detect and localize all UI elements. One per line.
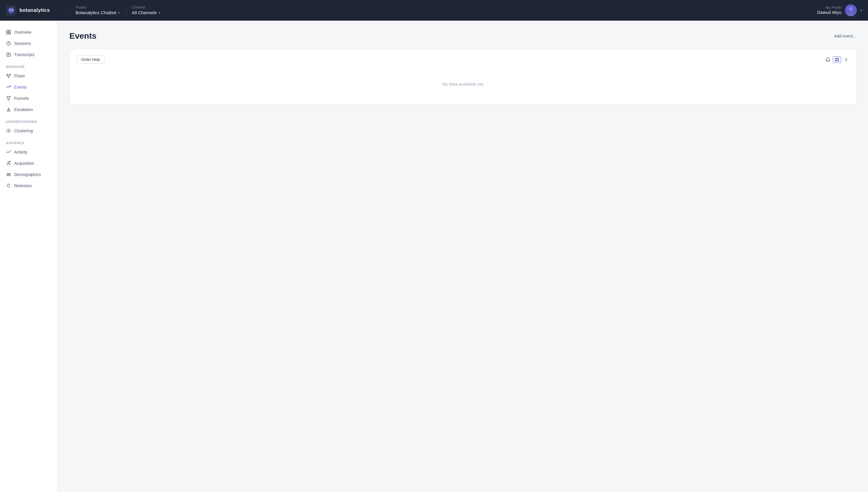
behavior-section-label: BEHAVIOR bbox=[0, 60, 57, 70]
svg-point-27 bbox=[8, 162, 9, 164]
sidebar-clustering-label: Clustering bbox=[14, 128, 33, 133]
sidebar-overview-label: Overview bbox=[14, 30, 31, 34]
grid-view-button[interactable] bbox=[833, 56, 841, 63]
sidebar-item-funnels[interactable]: Funnels bbox=[0, 93, 57, 104]
svg-rect-7 bbox=[9, 30, 10, 32]
sidebar-escalation-label: Escalation bbox=[14, 107, 33, 112]
event-card-header: Order Help bbox=[77, 55, 849, 64]
svg-point-32 bbox=[9, 173, 10, 175]
understanding-section-label: UNDERSTANDING bbox=[0, 115, 57, 125]
logo-area: botanalytics bbox=[6, 5, 63, 16]
svg-rect-6 bbox=[6, 30, 8, 32]
sidebar-funnels-label: Funnels bbox=[14, 96, 29, 101]
project-label: Project bbox=[76, 5, 120, 9]
svg-marker-21 bbox=[7, 97, 10, 100]
logo-icon bbox=[6, 5, 17, 16]
retention-icon bbox=[6, 183, 11, 189]
svg-rect-33 bbox=[835, 58, 837, 59]
bell-icon bbox=[825, 57, 831, 62]
add-event-button[interactable]: Add event... bbox=[834, 34, 856, 39]
flows-icon bbox=[6, 73, 11, 78]
svg-rect-36 bbox=[837, 60, 839, 62]
acquisition-icon bbox=[6, 161, 11, 166]
project-chevron-icon: ▾ bbox=[118, 10, 120, 15]
avatar bbox=[845, 4, 857, 16]
page-title: Events bbox=[69, 31, 97, 41]
no-data-message: No data available yet bbox=[77, 70, 849, 98]
svg-point-15 bbox=[6, 74, 8, 75]
svg-line-19 bbox=[7, 75, 8, 76]
sidebar-item-activity[interactable]: Activity bbox=[0, 146, 57, 158]
sidebar-sessions-label: Sessions bbox=[14, 41, 31, 46]
sidebar-item-clustering[interactable]: Clustering bbox=[0, 125, 57, 137]
sidebar-demographics-label: Demographics bbox=[14, 172, 41, 177]
audience-section-label: AUDIENCE bbox=[0, 137, 57, 146]
svg-point-2 bbox=[12, 9, 13, 10]
events-icon bbox=[6, 84, 11, 90]
svg-point-23 bbox=[8, 110, 8, 111]
sessions-icon bbox=[6, 41, 11, 46]
overview-icon bbox=[6, 29, 11, 35]
grid-icon bbox=[835, 57, 839, 62]
transcripts-icon bbox=[6, 52, 11, 57]
sidebar-item-events[interactable]: Events bbox=[0, 81, 57, 93]
sidebar-activity-label: Activity bbox=[14, 150, 27, 154]
sidebar: Overview Sessions Transcripts bbox=[0, 21, 57, 492]
project-value: Botanalytics Chatbot ▾ bbox=[76, 10, 120, 15]
collapse-button[interactable] bbox=[843, 57, 849, 62]
sidebar-item-overview[interactable]: Overview bbox=[0, 27, 57, 38]
sidebar-transcripts-label: Transcripts bbox=[14, 52, 34, 57]
sidebar-retention-label: Retention bbox=[14, 183, 32, 188]
profile-name: Dawud Aliyu bbox=[817, 10, 841, 15]
funnels-icon bbox=[6, 96, 11, 101]
svg-line-20 bbox=[9, 75, 10, 76]
channel-label: Channel bbox=[132, 5, 160, 9]
channel-chevron-icon: ▾ bbox=[158, 10, 160, 15]
svg-point-16 bbox=[9, 74, 10, 75]
svg-point-31 bbox=[7, 173, 8, 175]
svg-point-17 bbox=[8, 76, 9, 78]
event-tag-button[interactable]: Order Help bbox=[77, 55, 104, 64]
escalation-icon bbox=[6, 107, 11, 112]
sidebar-item-demographics[interactable]: Demographics bbox=[0, 169, 57, 180]
svg-point-24 bbox=[8, 130, 9, 131]
header: botanalytics Project Botanalytics Chatbo… bbox=[0, 0, 868, 21]
page-header: Events Add event... bbox=[69, 31, 856, 41]
svg-rect-35 bbox=[835, 60, 837, 62]
sidebar-item-acquisition[interactable]: Acquisition bbox=[0, 158, 57, 169]
svg-rect-34 bbox=[837, 58, 839, 59]
header-divider-2 bbox=[126, 4, 126, 16]
channel-value: All Channels ▾ bbox=[132, 10, 160, 15]
profile-area[interactable]: My Profile Dawud Aliyu ▾ bbox=[817, 4, 862, 16]
sidebar-events-label: Events bbox=[14, 85, 27, 90]
clustering-icon bbox=[6, 128, 11, 133]
sidebar-item-flows[interactable]: Flows bbox=[0, 70, 57, 81]
sidebar-item-escalation[interactable]: Escalation bbox=[0, 104, 57, 115]
header-divider bbox=[69, 4, 70, 16]
arrow-left-icon bbox=[843, 57, 849, 62]
svg-rect-9 bbox=[9, 32, 10, 34]
sidebar-item-transcripts[interactable]: Transcripts bbox=[0, 49, 57, 60]
svg-rect-8 bbox=[6, 32, 8, 34]
sidebar-item-retention[interactable]: Retention bbox=[0, 180, 57, 191]
logo-text: botanalytics bbox=[20, 7, 50, 13]
main-content: Events Add event... Order Help bbox=[57, 21, 868, 492]
event-card: Order Help bbox=[69, 49, 856, 104]
channel-selector[interactable]: Channel All Channels ▾ bbox=[132, 5, 160, 15]
svg-point-25 bbox=[7, 129, 10, 132]
sidebar-item-sessions[interactable]: Sessions bbox=[0, 38, 57, 49]
svg-point-1 bbox=[9, 9, 10, 10]
event-card-actions bbox=[825, 56, 849, 63]
svg-point-4 bbox=[849, 7, 853, 11]
profile-chevron-icon: ▾ bbox=[860, 8, 862, 13]
layout: Overview Sessions Transcripts bbox=[0, 21, 868, 492]
activity-icon bbox=[6, 149, 11, 155]
sidebar-acquisition-label: Acquisition bbox=[14, 161, 34, 166]
project-selector[interactable]: Project Botanalytics Chatbot ▾ bbox=[76, 5, 120, 15]
demographics-icon bbox=[6, 172, 11, 177]
profile-label: My Profile bbox=[817, 6, 841, 10]
bell-button[interactable] bbox=[825, 57, 831, 62]
sidebar-flows-label: Flows bbox=[14, 74, 25, 78]
